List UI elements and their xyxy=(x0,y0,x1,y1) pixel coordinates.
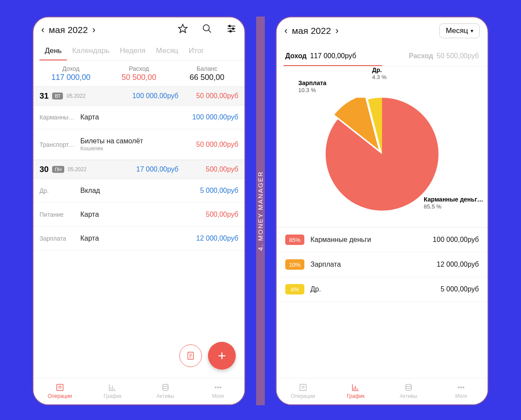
svg-point-39 xyxy=(463,387,464,388)
nav-operations[interactable]: Операции xyxy=(33,378,86,404)
day-date: 05.2022 xyxy=(68,166,86,172)
nav-chart[interactable]: График xyxy=(86,378,139,404)
pie-svg xyxy=(326,98,439,211)
add-transaction-button[interactable]: + xyxy=(208,342,236,370)
summary-balance-label: Баланс xyxy=(173,65,241,72)
tx-category: Транспортн… xyxy=(40,141,78,148)
svg-point-8 xyxy=(230,30,231,32)
tx-amount: 500,00руб xyxy=(206,211,238,218)
top-bar: ‹ мая 2022 › xyxy=(33,17,244,42)
prev-month-button[interactable]: ‹ xyxy=(284,25,287,36)
transaction-row[interactable]: Зарплата Карта 12 000,00руб xyxy=(33,227,244,251)
summary-expense-label: Расход xyxy=(105,65,173,72)
tx-category: Карманные… xyxy=(40,114,78,121)
tx-amount: 5 000,00руб xyxy=(200,187,238,195)
tx-title: Билеты на самолёт xyxy=(80,137,194,145)
nav-assets[interactable]: Активы xyxy=(139,378,192,404)
legend-name: Др. xyxy=(310,285,435,293)
fab-row: + xyxy=(179,342,236,370)
day-of-week-badge: ВТ xyxy=(52,93,63,99)
tx-category: Питание xyxy=(40,211,78,218)
svg-line-2 xyxy=(208,30,211,33)
pie-chart: Карманные деньг…85.5 % Зарплата10.3 % Др… xyxy=(277,66,488,227)
tx-title: Карта xyxy=(80,113,190,121)
legend-list: 85% Карманные деньги 100 000,00руб10% За… xyxy=(277,227,488,302)
transaction-row[interactable]: Карманные… Карта 100 000,00руб xyxy=(33,106,244,129)
period-dropdown[interactable]: Месяц ▾ xyxy=(439,23,480,38)
tx-category: Др. xyxy=(40,187,78,194)
tab-calendar[interactable]: Календарь xyxy=(67,42,115,60)
pie-label-salary: Зарплата10.3 % xyxy=(298,79,326,93)
tx-amount: 100 000,00руб xyxy=(192,113,238,121)
filter-settings-icon[interactable] xyxy=(226,23,237,36)
summary-expense-value: 50 500,00 xyxy=(105,73,173,82)
day-of-week-badge: ПН xyxy=(52,166,64,173)
tab-total[interactable]: Итог xyxy=(184,42,209,60)
svg-point-22 xyxy=(215,387,216,388)
svg-rect-28 xyxy=(300,384,306,391)
legend-row[interactable]: 85% Карманные деньги 100 000,00руб xyxy=(277,228,488,252)
prev-month-button[interactable]: ‹ xyxy=(41,24,44,36)
day-header: 30 ПН 05.2022 17 000,00руб 500,00руб xyxy=(33,160,244,179)
legend-amount: 5 000,00руб xyxy=(441,285,479,293)
tab-expense[interactable]: Расход 50 500,00руб xyxy=(382,47,481,66)
month-title: мая 2022 xyxy=(49,25,88,35)
legend-name: Зарплата xyxy=(310,261,431,268)
next-month-button[interactable]: › xyxy=(92,24,95,36)
legend-percent-badge: 4% xyxy=(285,284,304,294)
tab-income[interactable]: Доход 117 000,00руб xyxy=(284,47,382,66)
legend-name: Карманные деньги xyxy=(310,236,427,244)
view-tabs: День Календарь Неделя Месяц Итог xyxy=(33,42,244,61)
tx-title: Карта xyxy=(80,211,203,218)
transaction-row[interactable]: Др. Вклад 5 000,00руб xyxy=(33,179,244,203)
day-expense: 50 000,00руб xyxy=(186,92,238,100)
svg-point-1 xyxy=(203,25,209,31)
memo-button[interactable] xyxy=(179,344,202,367)
svg-point-27 xyxy=(354,126,410,182)
legend-row[interactable]: 4% Др. 5 000,00руб xyxy=(277,277,488,302)
summary-income-value: 117 000,00 xyxy=(37,73,105,82)
svg-rect-13 xyxy=(56,384,63,391)
tx-sub: Кошелек xyxy=(80,145,194,152)
svg-point-23 xyxy=(218,387,219,388)
tab-week[interactable]: Неделя xyxy=(115,42,151,60)
svg-point-24 xyxy=(220,387,221,388)
spine-label: 4. MONEY MANAGER xyxy=(257,171,264,251)
nav-more[interactable]: More xyxy=(435,378,488,404)
nav-assets[interactable]: Активы xyxy=(382,378,435,404)
summary-row: Доход 117 000,00 Расход 50 500,00 Баланс… xyxy=(33,61,244,86)
svg-point-21 xyxy=(162,384,168,387)
transaction-row[interactable]: Питание Карта 500,00руб xyxy=(33,203,244,227)
nav-more[interactable]: More xyxy=(192,378,245,404)
tx-title: Вклад xyxy=(80,187,198,195)
nav-chart[interactable]: График xyxy=(330,378,383,404)
income-expense-tabs: Доход 117 000,00руб Расход 50 500,00руб xyxy=(277,44,488,66)
tab-month[interactable]: Месяц xyxy=(151,42,183,60)
bottom-nav: Операции График Активы More xyxy=(33,378,244,404)
day-income: 100 000,00руб xyxy=(89,92,183,100)
summary-income-label: Доход xyxy=(37,65,105,72)
svg-point-6 xyxy=(229,25,231,27)
svg-point-38 xyxy=(461,387,462,388)
phone-operations: ‹ мая 2022 › День Календарь Неделя Месяц… xyxy=(33,17,245,405)
svg-point-7 xyxy=(232,28,234,30)
legend-amount: 100 000,00руб xyxy=(433,236,479,244)
legend-amount: 12 000,00руб xyxy=(437,261,479,268)
nav-operations[interactable]: Операции xyxy=(277,378,330,404)
day-income: 17 000,00руб xyxy=(90,165,183,173)
star-icon[interactable] xyxy=(178,23,188,36)
pie-label-pocket: Карманные деньг…85.5 % xyxy=(424,196,483,210)
day-expense: 500,00руб xyxy=(186,165,238,173)
summary-balance-value: 66 500,00 xyxy=(173,73,241,82)
tx-category: Зарплата xyxy=(40,235,78,242)
chevron-down-icon: ▾ xyxy=(471,28,473,34)
legend-percent-badge: 85% xyxy=(285,235,304,245)
tab-day[interactable]: День xyxy=(40,42,67,60)
transaction-row[interactable]: Транспортн… Билеты на самолётКошелек 50 … xyxy=(33,129,244,160)
search-icon[interactable] xyxy=(202,23,212,36)
legend-row[interactable]: 10% Зарплата 12 000,00руб xyxy=(277,252,488,277)
day-number: 31 xyxy=(40,91,49,101)
legend-percent-badge: 10% xyxy=(285,259,304,270)
next-month-button[interactable]: › xyxy=(335,25,338,36)
top-bar: ‹ мая 2022 › Месяц ▾ xyxy=(277,17,488,44)
